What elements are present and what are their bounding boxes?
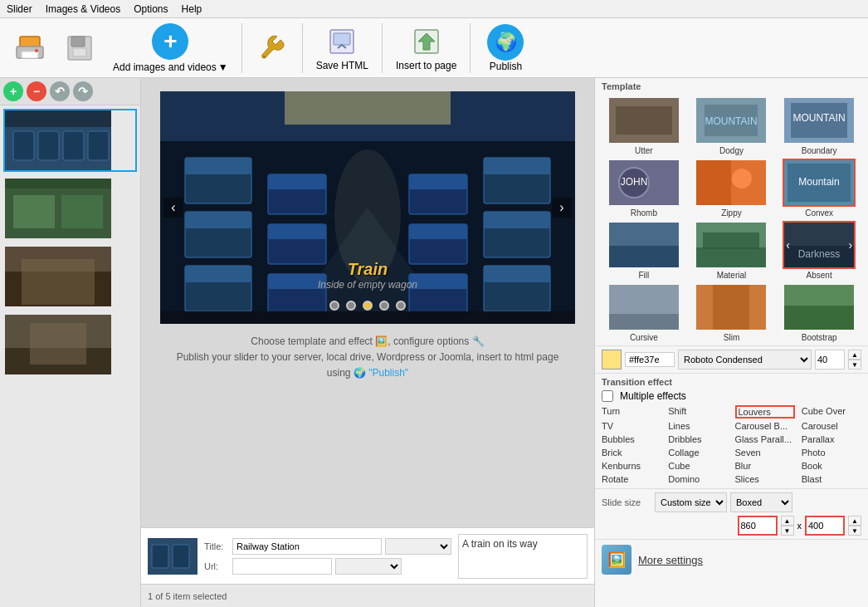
effects-grid: Turn Shift Louvers Cube Over TV Lines Ca… [602,405,861,485]
template-bootstrap[interactable]: Bootstrap [777,283,861,342]
save-file-button[interactable] [56,28,103,68]
slide-dot-4[interactable] [379,301,389,311]
effect-shift[interactable]: Shift [668,405,728,419]
slide-dot-5[interactable] [396,301,406,311]
url-input[interactable] [232,558,332,575]
effect-lines[interactable]: Lines [668,420,728,432]
remove-slide-button[interactable]: − [27,81,46,101]
effect-carousel[interactable]: Carousel [802,420,861,432]
url-select[interactable] [335,558,402,575]
effect-book[interactable]: Book [802,460,861,472]
effect-kenburns[interactable]: Kenburns [602,460,661,472]
slide-dot-1[interactable] [329,301,339,311]
slide-dot-2[interactable] [346,301,356,311]
open-button[interactable] [7,28,53,68]
effect-cubeover[interactable]: Cube Over [802,405,861,419]
template-absent[interactable]: Darkness ‹ › Absent [777,221,861,280]
multiple-effects-checkbox[interactable] [602,390,613,402]
width-spinner[interactable]: ▲ ▼ [781,516,794,536]
insert-button[interactable]: Insert to page [389,22,463,75]
menu-help[interactable]: Help [182,3,202,15]
width-input[interactable] [738,516,778,536]
template-fill[interactable]: Fill [602,221,686,280]
height-up[interactable]: ▲ [848,516,861,526]
rotate-left-button[interactable]: ↶ [50,81,70,101]
effect-carouselb[interactable]: Carousel B... [735,420,795,432]
save-html-button[interactable]: Save HTML [310,22,375,75]
prev-slide-button[interactable]: ‹ [163,198,183,218]
effect-blast[interactable]: Blast [802,473,861,485]
template-rhomb[interactable]: JOHN Rhomb [602,159,686,218]
thumbnail-item-4[interactable] [3,313,137,376]
svg-rect-51 [409,224,467,239]
effect-cube[interactable]: Cube [668,460,728,472]
title-select[interactable] [385,538,451,555]
thumbnail-item-2[interactable] [3,177,137,240]
template-utter[interactable]: Utter [602,96,686,155]
font-size-up[interactable]: ▲ [848,350,861,360]
description-area[interactable]: A train on its way [458,534,588,579]
effect-parallax[interactable]: Parallax [802,433,861,445]
effect-photo[interactable]: Photo [802,447,861,458]
effect-rotate[interactable]: Rotate [602,473,661,485]
font-select[interactable]: Roboto Condensed [678,350,812,370]
color-swatch[interactable] [602,350,622,370]
options-button[interactable] [249,28,295,68]
size-section: Slide size Custom size 800x600 1024x768 … [595,488,868,539]
effect-dribbles[interactable]: Dribbles [668,433,728,445]
template-slim-label: Slim [724,333,739,342]
template-fill-label: Fill [638,271,649,280]
slide-dot-3[interactable] [363,301,373,311]
effect-brick[interactable]: Brick [602,447,661,458]
publish-button[interactable]: 🌍 Publish [477,21,534,76]
add-slide-button[interactable]: + [3,81,23,101]
menu-images[interactable]: Images & Videos [46,3,121,15]
multiple-effects-label: Multiple effects [620,390,686,402]
effect-blur[interactable]: Blur [735,460,795,472]
more-settings-section: 🖼️ More settings [595,539,868,580]
boxed-select[interactable]: Boxed Full Width [730,492,792,512]
rotate-right-button[interactable]: ↷ [73,81,93,101]
more-settings-button[interactable]: More settings [638,554,703,566]
slide-text: Train Inside of empty wagon [318,260,417,291]
effect-domino[interactable]: Domino [668,473,728,485]
font-size-spinner[interactable]: ▲ ▼ [848,350,861,370]
size-preset-select[interactable]: Custom size 800x600 1024x768 [655,492,727,512]
color-hex-input[interactable] [625,352,675,367]
template-cursive[interactable]: Cursive [602,283,686,342]
font-size-down[interactable]: ▼ [848,360,861,370]
thumbnail-item-1[interactable] [3,109,137,172]
add-dropdown-arrow[interactable]: ▼ [218,61,228,73]
template-zippy[interactable]: Zippy [690,159,774,218]
effect-slices[interactable]: Slices [735,473,795,485]
font-size-input[interactable] [815,350,845,370]
svg-text:Mountain: Mountain [798,176,839,188]
template-slim[interactable]: Slim [690,283,774,342]
template-convex[interactable]: Mountain Convex [777,159,861,218]
effect-tv[interactable]: TV [602,420,661,432]
width-down[interactable]: ▼ [781,526,794,536]
url-label: Url: [204,561,229,571]
effect-glassparall[interactable]: Glass Parall... [735,433,795,445]
next-slide-button[interactable]: › [552,198,572,218]
add-images-button[interactable]: + Add images and videos ▼ [106,20,235,76]
effect-turn[interactable]: Turn [602,405,661,419]
menu-options[interactable]: Options [134,3,168,15]
template-boundary[interactable]: MOUNTAIN Boundary [777,96,861,155]
menu-slider[interactable]: Slider [7,3,32,15]
effect-louvers[interactable]: Louvers [735,405,795,419]
template-material[interactable]: Material [690,221,774,280]
template-dodgy[interactable]: MOUNTAIN Dodgy [690,96,774,155]
hint-publish-link[interactable]: "Publish" [368,367,408,379]
effect-seven[interactable]: Seven [735,447,795,458]
effect-collage[interactable]: Collage [668,447,728,458]
effect-bubbles[interactable]: Bubbles [602,433,661,445]
thumbnail-item-3[interactable] [3,245,137,308]
svg-rect-71 [696,160,731,205]
svg-rect-53 [409,274,467,289]
height-input[interactable] [805,516,845,536]
height-spinner[interactable]: ▲ ▼ [848,516,861,536]
height-down[interactable]: ▼ [848,526,861,536]
width-up[interactable]: ▲ [781,516,794,526]
title-input[interactable] [232,538,382,555]
